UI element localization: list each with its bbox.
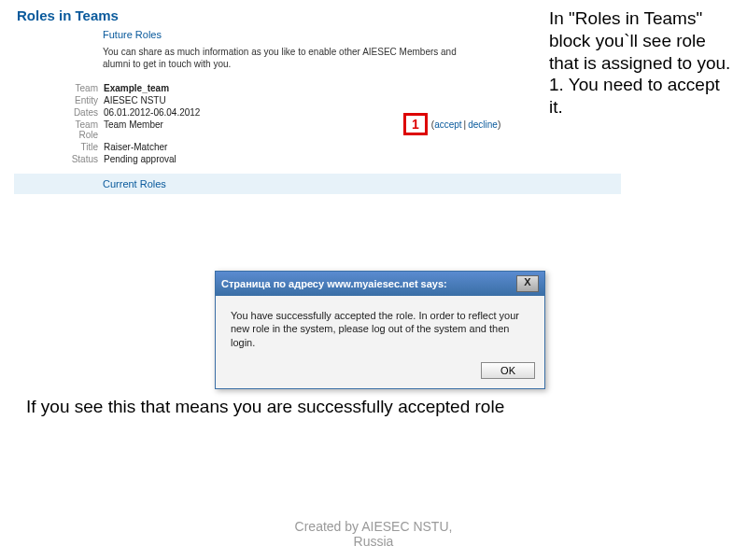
dialog-footer: OK [216, 357, 544, 388]
footer-credit: Created by AIESEC NSTU, Russia [0, 519, 747, 549]
paren-close: ) [498, 119, 500, 130]
status-label: Status [56, 154, 104, 164]
title-value: Raiser-Matcher [104, 142, 167, 152]
role-label: Team Role [56, 119, 104, 140]
confirmation-dialog: Страница по адресу www.myaiesec.net says… [215, 271, 545, 389]
dates-value: 06.01.2012-06.04.2012 [104, 107, 200, 118]
intro-text: You can share as much information as you… [103, 46, 467, 70]
decline-link[interactable]: decline [468, 119, 498, 130]
dialog-titlebar: Страница по адресу www.myaiesec.net says… [216, 272, 544, 296]
dates-label: Dates [56, 107, 104, 118]
dialog-title-text: Страница по адресу www.myaiesec.net says… [221, 278, 447, 289]
accept-link[interactable]: accept [434, 119, 461, 130]
ok-button[interactable]: OK [481, 362, 535, 379]
close-button[interactable]: X [516, 275, 539, 292]
table-row: Status Pending approval [56, 154, 747, 164]
status-value: Pending approval [104, 154, 176, 164]
accept-decline-group: 1 ( accept | decline ) [403, 113, 500, 135]
callout-marker-1: 1 [403, 113, 428, 135]
current-roles-heading: Current Roles [14, 174, 621, 194]
table-row: Team Role Team Member [56, 119, 747, 140]
success-caption: If you see this that means you are succe… [26, 397, 549, 417]
role-value: Team Member [104, 119, 163, 130]
entity-label: Entity [56, 95, 104, 105]
separator: | [464, 119, 467, 130]
side-annotation: In "Roles in Teams" block you`ll see rol… [549, 7, 736, 119]
title-label: Title [56, 142, 104, 152]
dialog-message: You have successfully accepted the role.… [216, 296, 544, 357]
entity-value: AIESEC NSTU [104, 95, 166, 105]
team-value: Example_team [104, 83, 169, 93]
table-row: Title Raiser-Matcher [56, 142, 747, 152]
team-label: Team [56, 83, 104, 93]
